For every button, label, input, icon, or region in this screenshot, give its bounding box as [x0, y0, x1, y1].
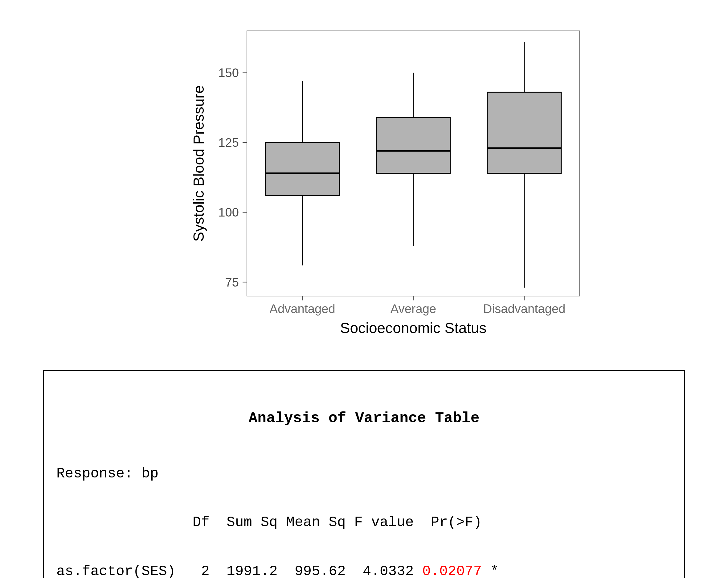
x-tick-label: Advantaged: [269, 302, 335, 316]
page-root: 75100125150AdvantagedAverageDisadvantage…: [0, 0, 728, 578]
box: [487, 92, 561, 173]
y-tick-label: 100: [218, 205, 239, 219]
anova-response: Response: bp: [56, 466, 672, 482]
anova-row-factor-star: *: [482, 563, 499, 578]
anova-table: Analysis of Variance Table Response: bp …: [43, 370, 685, 578]
anova-title: Analysis of Variance Table: [56, 410, 672, 427]
x-tick-label: Disadvantaged: [483, 302, 566, 316]
x-tick-label: Average: [390, 302, 436, 316]
box: [376, 118, 450, 173]
y-tick-label: 75: [225, 275, 239, 289]
boxplot-chart: 75100125150AdvantagedAverageDisadvantage…: [19, 12, 709, 352]
x-axis-title: Socioeconomic Status: [340, 320, 487, 336]
anova-row-factor: as.factor(SES) 2 1991.2 995.62 4.0332 0.…: [56, 563, 672, 578]
y-tick-label: 125: [218, 136, 239, 149]
y-axis-title: Systolic Blood Pressure: [190, 85, 207, 242]
boxplot-svg: 75100125150AdvantagedAverageDisadvantage…: [118, 12, 610, 352]
anova-header: Df Sum Sq Mean Sq F value Pr(>F): [56, 514, 672, 531]
anova-pvalue: 0.02077: [422, 563, 482, 578]
box: [265, 143, 339, 196]
y-tick-label: 150: [218, 66, 239, 80]
anova-row-factor-left: as.factor(SES) 2 1991.2 995.62 4.0332: [56, 563, 422, 578]
